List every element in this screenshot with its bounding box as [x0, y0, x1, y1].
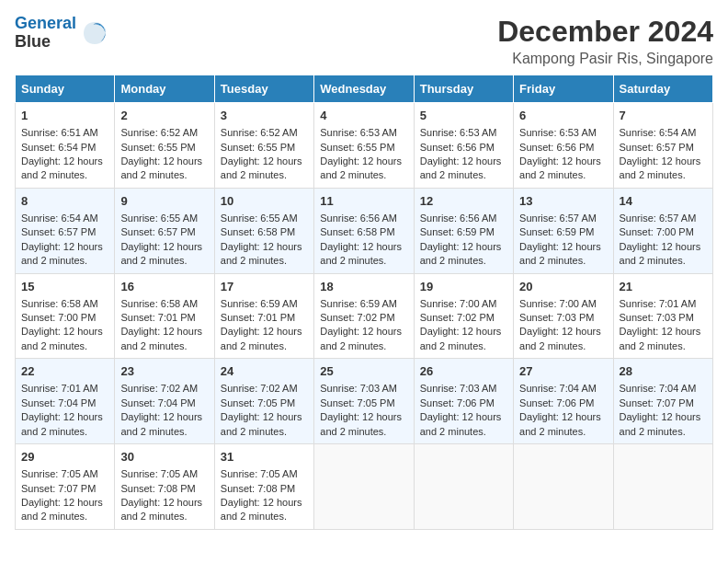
day-info: Sunrise: 6:57 AMSunset: 6:59 PMDaylight:…	[519, 213, 601, 266]
day-number: 7	[620, 108, 707, 124]
day-number: 21	[620, 279, 707, 295]
day-info: Sunrise: 6:53 AMSunset: 6:56 PMDaylight:…	[519, 127, 601, 180]
day-info: Sunrise: 6:56 AMSunset: 6:58 PMDaylight:…	[320, 213, 402, 266]
calendar-cell: 7Sunrise: 6:54 AMSunset: 6:57 PMDaylight…	[613, 103, 712, 189]
day-info: Sunrise: 7:03 AMSunset: 7:06 PMDaylight:…	[420, 383, 502, 436]
calendar-cell: 10Sunrise: 6:55 AMSunset: 6:58 PMDayligh…	[214, 188, 313, 273]
main-title: December 2024	[497, 15, 713, 49]
calendar-cell	[613, 444, 712, 530]
day-info: Sunrise: 6:52 AMSunset: 6:55 PMDaylight:…	[120, 127, 202, 180]
week-row-4: 22Sunrise: 7:01 AMSunset: 7:04 PMDayligh…	[16, 359, 713, 444]
calendar-cell: 18Sunrise: 6:59 AMSunset: 7:02 PMDayligh…	[314, 273, 414, 359]
day-info: Sunrise: 7:05 AMSunset: 7:08 PMDaylight:…	[221, 468, 302, 522]
day-info: Sunrise: 6:54 AMSunset: 6:57 PMDaylight:…	[620, 127, 701, 180]
day-number: 20	[519, 279, 607, 295]
day-info: Sunrise: 6:56 AMSunset: 6:59 PMDaylight:…	[420, 213, 502, 266]
day-number: 14	[620, 193, 707, 210]
day-info: Sunrise: 7:04 AMSunset: 7:06 PMDaylight:…	[519, 383, 601, 436]
day-info: Sunrise: 6:55 AMSunset: 6:57 PMDaylight:…	[120, 213, 202, 266]
calendar-cell: 3Sunrise: 6:52 AMSunset: 6:55 PMDaylight…	[214, 103, 313, 189]
day-info: Sunrise: 7:03 AMSunset: 7:05 PMDaylight:…	[320, 383, 402, 436]
day-number: 4	[320, 108, 407, 124]
calendar-cell: 1Sunrise: 6:51 AMSunset: 6:54 PMDaylight…	[16, 103, 115, 189]
day-info: Sunrise: 7:05 AMSunset: 7:07 PMDaylight:…	[21, 468, 103, 522]
day-number: 29	[21, 449, 108, 465]
day-header-tuesday: Tuesday	[214, 75, 313, 103]
calendar-cell: 26Sunrise: 7:03 AMSunset: 7:06 PMDayligh…	[414, 359, 513, 444]
day-info: Sunrise: 6:59 AMSunset: 7:01 PMDaylight:…	[221, 298, 302, 351]
day-number: 13	[519, 193, 607, 210]
day-number: 26	[420, 363, 507, 380]
days-header-row: SundayMondayTuesdayWednesdayThursdayFrid…	[16, 75, 713, 103]
day-info: Sunrise: 7:04 AMSunset: 7:07 PMDaylight:…	[620, 383, 701, 436]
day-number: 27	[519, 363, 607, 380]
day-info: Sunrise: 7:01 AMSunset: 7:04 PMDaylight:…	[21, 383, 103, 436]
day-number: 15	[21, 279, 108, 295]
calendar-cell: 22Sunrise: 7:01 AMSunset: 7:04 PMDayligh…	[16, 359, 115, 444]
calendar-body: 1Sunrise: 6:51 AMSunset: 6:54 PMDaylight…	[16, 103, 713, 530]
calendar-cell: 30Sunrise: 7:05 AMSunset: 7:08 PMDayligh…	[115, 444, 214, 530]
day-number: 25	[320, 363, 407, 380]
calendar-cell: 15Sunrise: 6:58 AMSunset: 7:00 PMDayligh…	[16, 273, 115, 359]
day-number: 31	[221, 449, 308, 465]
title-block: December 2024 Kampong Pasir Ris, Singapo…	[497, 15, 713, 67]
day-info: Sunrise: 7:01 AMSunset: 7:03 PMDaylight:…	[620, 298, 701, 351]
day-number: 1	[21, 108, 108, 124]
day-info: Sunrise: 7:05 AMSunset: 7:08 PMDaylight:…	[120, 468, 202, 522]
day-header-thursday: Thursday	[414, 75, 513, 103]
day-info: Sunrise: 6:59 AMSunset: 7:02 PMDaylight:…	[320, 298, 402, 351]
calendar-cell: 24Sunrise: 7:02 AMSunset: 7:05 PMDayligh…	[214, 359, 313, 444]
day-number: 17	[221, 279, 308, 295]
day-number: 5	[420, 108, 507, 124]
week-row-3: 15Sunrise: 6:58 AMSunset: 7:00 PMDayligh…	[16, 273, 713, 359]
day-info: Sunrise: 7:00 AMSunset: 7:03 PMDaylight:…	[519, 298, 601, 351]
calendar-cell: 12Sunrise: 6:56 AMSunset: 6:59 PMDayligh…	[414, 188, 513, 273]
calendar-cell: 20Sunrise: 7:00 AMSunset: 7:03 PMDayligh…	[514, 273, 613, 359]
day-info: Sunrise: 6:52 AMSunset: 6:55 PMDaylight:…	[221, 127, 302, 180]
subtitle: Kampong Pasir Ris, Singapore	[497, 51, 713, 67]
day-number: 12	[420, 193, 507, 210]
day-info: Sunrise: 7:02 AMSunset: 7:05 PMDaylight:…	[221, 383, 302, 436]
day-header-saturday: Saturday	[613, 75, 712, 103]
day-number: 23	[120, 363, 208, 380]
calendar-cell: 6Sunrise: 6:53 AMSunset: 6:56 PMDaylight…	[514, 103, 613, 189]
day-header-monday: Monday	[115, 75, 214, 103]
day-number: 2	[120, 108, 208, 124]
day-number: 28	[620, 363, 707, 380]
calendar-cell: 17Sunrise: 6:59 AMSunset: 7:01 PMDayligh…	[214, 273, 313, 359]
week-row-5: 29Sunrise: 7:05 AMSunset: 7:07 PMDayligh…	[16, 444, 713, 530]
calendar-cell: 27Sunrise: 7:04 AMSunset: 7:06 PMDayligh…	[514, 359, 613, 444]
calendar-cell: 11Sunrise: 6:56 AMSunset: 6:58 PMDayligh…	[314, 188, 414, 273]
calendar-cell: 19Sunrise: 7:00 AMSunset: 7:02 PMDayligh…	[414, 273, 513, 359]
day-info: Sunrise: 6:57 AMSunset: 7:00 PMDaylight:…	[620, 213, 701, 266]
calendar-table: SundayMondayTuesdayWednesdayThursdayFrid…	[15, 75, 713, 530]
day-info: Sunrise: 6:53 AMSunset: 6:56 PMDaylight:…	[420, 127, 502, 180]
day-number: 16	[120, 279, 208, 295]
day-number: 10	[221, 193, 308, 210]
calendar-cell: 2Sunrise: 6:52 AMSunset: 6:55 PMDaylight…	[115, 103, 214, 189]
calendar-cell: 13Sunrise: 6:57 AMSunset: 6:59 PMDayligh…	[514, 188, 613, 273]
day-info: Sunrise: 7:00 AMSunset: 7:02 PMDaylight:…	[420, 298, 502, 351]
calendar-cell: 29Sunrise: 7:05 AMSunset: 7:07 PMDayligh…	[16, 444, 115, 530]
week-row-1: 1Sunrise: 6:51 AMSunset: 6:54 PMDaylight…	[16, 103, 713, 189]
calendar-cell: 25Sunrise: 7:03 AMSunset: 7:05 PMDayligh…	[314, 359, 414, 444]
day-number: 19	[420, 279, 507, 295]
day-number: 3	[221, 108, 308, 124]
day-number: 22	[21, 363, 108, 380]
calendar-cell	[514, 444, 613, 530]
logo-text: GeneralBlue	[15, 15, 76, 52]
day-number: 8	[21, 193, 108, 210]
calendar-cell: 8Sunrise: 6:54 AMSunset: 6:57 PMDaylight…	[16, 188, 115, 273]
calendar-cell: 23Sunrise: 7:02 AMSunset: 7:04 PMDayligh…	[115, 359, 214, 444]
day-info: Sunrise: 6:58 AMSunset: 7:01 PMDaylight:…	[120, 298, 202, 351]
day-info: Sunrise: 6:58 AMSunset: 7:00 PMDaylight:…	[21, 298, 103, 351]
calendar-cell: 28Sunrise: 7:04 AMSunset: 7:07 PMDayligh…	[613, 359, 712, 444]
logo: GeneralBlue	[15, 15, 109, 52]
calendar-cell: 14Sunrise: 6:57 AMSunset: 7:00 PMDayligh…	[613, 188, 712, 273]
day-info: Sunrise: 6:53 AMSunset: 6:55 PMDaylight:…	[320, 127, 402, 180]
logo-icon	[80, 18, 109, 48]
day-number: 9	[120, 193, 208, 210]
day-header-friday: Friday	[514, 75, 613, 103]
calendar-cell: 9Sunrise: 6:55 AMSunset: 6:57 PMDaylight…	[115, 188, 214, 273]
calendar-cell	[314, 444, 414, 530]
